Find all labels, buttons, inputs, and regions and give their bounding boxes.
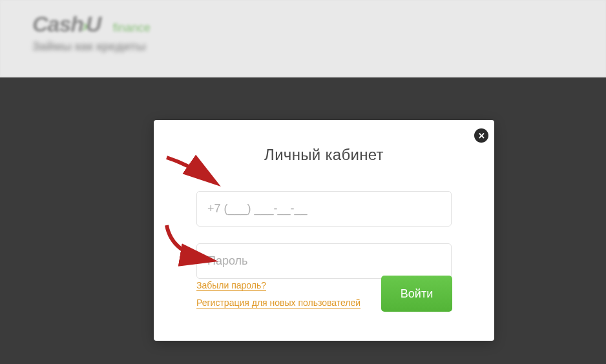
modal-title: Личный кабинет (154, 146, 494, 164)
register-link[interactable]: Регистрация для новых пользователей (196, 298, 360, 308)
login-modal: Личный кабинет Забыли пароль? Регистраци… (154, 120, 494, 341)
close-button[interactable]: ✕ (474, 128, 488, 143)
password-input-wrap (196, 243, 452, 279)
forgot-password-link[interactable]: Забыли пароль? (196, 280, 266, 291)
login-button[interactable]: Войти (381, 276, 452, 312)
phone-field[interactable] (196, 191, 452, 227)
links-column: Забыли пароль? Регистрация для новых пол… (196, 280, 360, 315)
password-field[interactable] (196, 243, 452, 279)
close-icon: ✕ (478, 131, 485, 141)
phone-input-wrap (196, 191, 452, 227)
